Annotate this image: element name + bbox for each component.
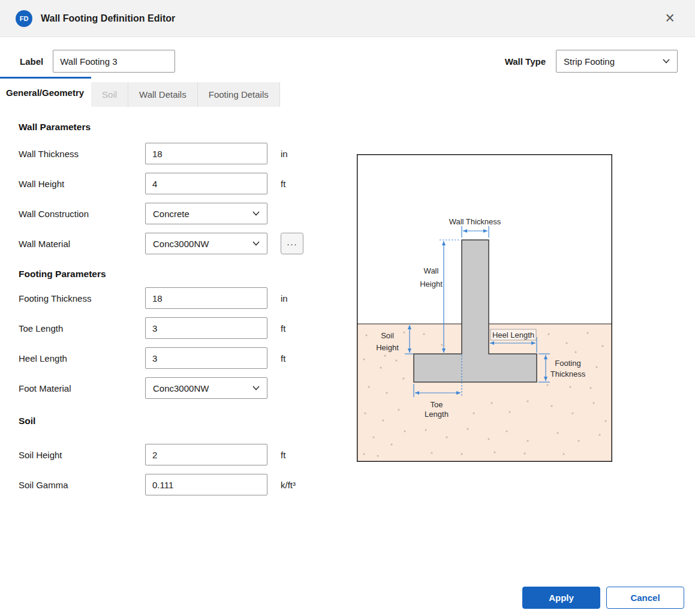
wall-height-diagram-label: Height — [420, 280, 443, 289]
form-column: Wall Parameters Wall Thickness in Wall H… — [19, 107, 330, 500]
unit-label: in — [281, 149, 288, 159]
wall-material-more-button[interactable]: ··· — [281, 233, 303, 254]
foot-material-select[interactable]: Conc3000NW — [145, 377, 267, 399]
unit-label: in — [281, 293, 288, 304]
heel-length-input[interactable] — [145, 347, 267, 369]
wall-type-caption: Wall Type — [505, 56, 546, 67]
wall-height-input[interactable] — [145, 173, 267, 194]
field-row-toe-length: Toe Length ft — [19, 313, 330, 343]
field-label: Wall Thickness — [19, 149, 145, 159]
wall-type-select[interactable]: Strip Footing — [556, 50, 678, 73]
section-heading-footing-parameters: Footing Parameters — [19, 268, 330, 280]
header-row: Label Wall Type Strip Footing — [0, 37, 695, 77]
field-label: Footing Thickness — [19, 293, 145, 304]
field-label: Soil Height — [19, 450, 145, 460]
field-row-heel-length: Heel Length ft — [19, 343, 330, 373]
field-row-footing-thickness: Footing Thickness in — [19, 283, 330, 313]
unit-label: ft — [281, 179, 285, 189]
unit-label: ft — [281, 450, 285, 460]
field-label: Wall Construction — [19, 209, 145, 219]
close-button[interactable]: × — [660, 9, 679, 28]
tab-soil: Soil — [91, 82, 128, 107]
wall-type-value: Strip Footing — [564, 56, 615, 67]
heel-length-diagram-label: Heel Length — [492, 330, 534, 339]
app-logo-icon: FD — [16, 10, 32, 27]
soil-height-diagram-label: Soil — [381, 331, 394, 340]
toe-length-diagram-label: Toe — [431, 400, 443, 409]
toe-length-diagram-label: Length — [425, 410, 449, 419]
wall-footing-shape — [414, 240, 537, 382]
dialog-title: Wall Footing Definition Editor — [41, 13, 175, 24]
foot-material-value: Conc3000NW — [153, 383, 209, 393]
wall-construction-select[interactable]: Concrete — [145, 203, 267, 224]
field-row-soil-gamma: Soil Gamma k/ft³ — [19, 470, 330, 500]
footing-thickness-diagram-label: Footing — [555, 359, 580, 368]
wall-material-value: Conc3000NW — [153, 239, 209, 249]
field-row-wall-construction: Wall Construction Concrete — [19, 199, 330, 229]
wall-height-diagram-label: Wall — [424, 266, 439, 275]
field-row-wall-material: Wall Material Conc3000NW ··· — [19, 229, 330, 259]
field-row-soil-height: Soil Height ft — [19, 440, 330, 470]
section-heading-soil: Soil — [19, 415, 330, 426]
field-label: Wall Material — [19, 239, 145, 249]
tab-wall-details[interactable]: Wall Details — [128, 82, 198, 107]
field-label: Foot Material — [19, 383, 145, 393]
tab-bar: General/Geometry Soil Wall Details Footi… — [0, 77, 280, 107]
tab-footing-details[interactable]: Footing Details — [198, 82, 280, 107]
section-heading-wall-parameters: Wall Parameters — [19, 121, 330, 133]
wall-construction-value: Concrete — [153, 209, 189, 219]
wall-thickness-diagram-label: Wall Thickness — [449, 217, 501, 226]
field-row-wall-height: Wall Height ft — [19, 169, 330, 199]
soil-height-input[interactable] — [145, 444, 267, 465]
unit-label: ft — [281, 353, 285, 363]
chevron-down-icon — [252, 241, 260, 246]
wall-footing-definition-dialog: FD Wall Footing Definition Editor × Labe… — [0, 0, 695, 616]
wall-thickness-input[interactable] — [145, 143, 267, 164]
cancel-button[interactable]: Cancel — [606, 587, 684, 609]
wall-material-select[interactable]: Conc3000NW — [145, 233, 267, 254]
chevron-down-icon — [252, 211, 260, 216]
chevron-down-icon — [252, 386, 260, 390]
soil-height-diagram-label: Height — [376, 343, 399, 352]
footing-diagram: Wall Thickness Wall Height Soil Height H… — [357, 154, 612, 462]
apply-button[interactable]: Apply — [522, 587, 600, 609]
footing-thickness-diagram-label: Thickness — [550, 369, 586, 378]
label-input[interactable] — [53, 50, 175, 73]
unit-label: k/ft³ — [281, 480, 296, 490]
toe-length-input[interactable] — [145, 317, 267, 339]
label-caption: Label — [20, 56, 43, 67]
tab-general-geometry[interactable]: General/Geometry — [0, 77, 91, 107]
footer: Apply Cancel — [0, 579, 695, 616]
field-row-foot-material: Foot Material Conc3000NW — [19, 373, 330, 403]
unit-label: ft — [281, 323, 285, 333]
field-label: Toe Length — [19, 323, 145, 333]
chevron-down-icon — [663, 59, 670, 64]
field-label: Soil Gamma — [19, 480, 145, 490]
footing-thickness-input[interactable] — [145, 287, 267, 309]
field-label: Wall Height — [19, 179, 145, 189]
field-row-wall-thickness: Wall Thickness in — [19, 139, 330, 169]
field-label: Heel Length — [19, 353, 145, 363]
soil-gamma-input[interactable] — [145, 474, 267, 495]
titlebar: FD Wall Footing Definition Editor × — [0, 0, 695, 37]
